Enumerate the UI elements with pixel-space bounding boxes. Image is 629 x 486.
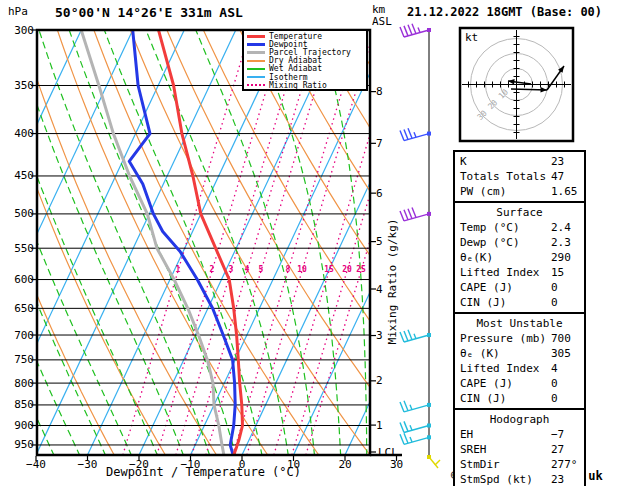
panel-box: K23Totals Totals47PW (cm)1.65 xyxy=(453,150,586,203)
pressure-tick-label: 950 xyxy=(6,438,34,451)
panel-row-label: StmDir xyxy=(460,458,500,471)
km-tick-label: 2 xyxy=(376,374,383,387)
km-axis-title: km ASL xyxy=(372,4,398,28)
panel-row-value: 23 xyxy=(551,154,564,169)
pressure-tick-label: 750 xyxy=(6,353,34,366)
panel-row-value: 0 xyxy=(551,376,558,391)
temp-tick-label: −20 xyxy=(129,458,149,471)
pressure-tick-label: 350 xyxy=(6,79,34,92)
panel-row-label: Pressure (mb) xyxy=(460,332,546,345)
mixing-ratio-value-label: 8 xyxy=(286,265,291,274)
panel-row: StmDir277° xyxy=(455,457,584,472)
panel-box-title: Most Unstable xyxy=(455,316,584,331)
panel-row-label: CIN (J) xyxy=(460,392,506,405)
panel-row: Dewp (°C)2.3 xyxy=(455,235,584,250)
panel-row-value: 0 xyxy=(551,280,558,295)
panel-row: Temp (°C)2.4 xyxy=(455,220,584,235)
mixing-ratio-value-label: 2 xyxy=(210,265,215,274)
legend-item: Mixing Ratio xyxy=(247,81,366,89)
legend: TemperatureDewpointParcel TrajectoryDry … xyxy=(242,29,368,91)
panel-row-label: θₑ (K) xyxy=(460,347,500,360)
panel-row: K23 xyxy=(455,154,584,169)
pressure-tick-label: 400 xyxy=(6,127,34,140)
legend-item-label: Mixing Ratio xyxy=(269,81,327,90)
legend-line-sample xyxy=(247,51,265,54)
pressure-tick-label: 450 xyxy=(6,169,34,182)
panel-row-label: CIN (J) xyxy=(460,296,506,309)
panel-row-value: 2.3 xyxy=(551,235,571,250)
pressure-tick-label: 600 xyxy=(6,273,34,286)
temp-tick-label: −30 xyxy=(78,458,98,471)
panel-row-value: 305 xyxy=(551,346,571,361)
panel-row-label: EH xyxy=(460,428,473,441)
chart-title: 50°00'N 14°26'E 331m ASL xyxy=(55,5,243,20)
panel-box: Most UnstablePressure (mb)700θₑ (K)305Li… xyxy=(453,312,586,410)
mixing-ratio-axis-title: Mixing Ratio (g/kg) xyxy=(386,202,399,362)
panel-row-value: 15 xyxy=(551,265,564,280)
temp-tick-label: −40 xyxy=(26,458,46,471)
panel-row: PW (cm)1.65 xyxy=(455,184,584,199)
panel-row-label: Lifted Index xyxy=(460,266,539,279)
legend-line-sample xyxy=(247,84,265,86)
panel-row-label: θₑ(K) xyxy=(460,251,493,264)
km-tick-label: 8 xyxy=(376,85,383,98)
mixing-ratio-value-label: 10 xyxy=(297,265,307,274)
legend-line-sample xyxy=(247,68,265,70)
panel-row: Pressure (mb)700 xyxy=(455,331,584,346)
panel-row-value: 0 xyxy=(551,391,558,406)
panel-row-value: 47 xyxy=(551,169,564,184)
pressure-tick-label: 900 xyxy=(6,419,34,432)
panel-row-label: Temp (°C) xyxy=(460,221,520,234)
mixing-ratio-value-label: 25 xyxy=(356,265,366,274)
panel-row-value: 27 xyxy=(551,442,564,457)
mixing-ratio-value-label: 3 xyxy=(229,265,234,274)
panel-row-label: CAPE (J) xyxy=(460,281,513,294)
panel-row: CIN (J)0 xyxy=(455,295,584,310)
temp-tick-label: 30 xyxy=(390,458,403,471)
panel-row: CAPE (J)0 xyxy=(455,280,584,295)
pressure-axis-unit: hPa xyxy=(8,6,28,18)
panel-row-value: 2.4 xyxy=(551,220,571,235)
panel-row-value: −7 xyxy=(551,427,564,442)
mixing-ratio-value-label: 20 xyxy=(342,265,352,274)
skewt-app: 102030 hPa 50°00'N 14°26'E 331m ASL 21.1… xyxy=(0,0,629,486)
plot-frame xyxy=(31,30,402,461)
temp-tick-label: 20 xyxy=(338,458,351,471)
mixing-ratio-value-label: 1 xyxy=(176,265,181,274)
legend-line-sample xyxy=(247,35,265,38)
km-tick-label: 7 xyxy=(376,137,383,150)
temp-tick-label: 0 xyxy=(239,458,246,471)
wind-barb-column xyxy=(400,24,440,468)
mixing-ratio-value-label: 5 xyxy=(259,265,264,274)
km-tick-label: 5 xyxy=(376,235,383,248)
panel-row-label: K xyxy=(460,155,467,168)
panel-row-label: SREH xyxy=(460,443,487,456)
panel-row-value: 290 xyxy=(551,250,571,265)
panel-row-label: StmSpd (kt) xyxy=(460,473,533,486)
km-tick-label: 6 xyxy=(376,187,383,200)
panel-row: CIN (J)0 xyxy=(455,391,584,406)
panel-row-value: 1.65 xyxy=(551,184,578,199)
panel-box: SurfaceTemp (°C)2.4Dewp (°C)2.3θₑ(K)290L… xyxy=(453,201,586,314)
panel-row: θₑ(K)290 xyxy=(455,250,584,265)
panel-row-value: 700 xyxy=(551,331,571,346)
temp-tick-label: −10 xyxy=(181,458,201,471)
indices-panel: K23Totals Totals47PW (cm)1.65SurfaceTemp… xyxy=(453,150,586,486)
pressure-tick-label: 700 xyxy=(6,329,34,342)
panel-box-title: Surface xyxy=(455,205,584,220)
pressure-tick-label: 500 xyxy=(6,207,34,220)
panel-row-label: CAPE (J) xyxy=(460,377,513,390)
panel-row: Totals Totals47 xyxy=(455,169,584,184)
pressure-tick-label: 650 xyxy=(6,302,34,315)
panel-row-label: Lifted Index xyxy=(460,362,539,375)
mixing-ratio-value-label: 15 xyxy=(324,265,334,274)
panel-row: EH−7 xyxy=(455,427,584,442)
date-label: 21.12.2022 18GMT (Base: 00) xyxy=(407,5,602,19)
sounding-curves xyxy=(81,30,242,455)
panel-row-value: 4 xyxy=(551,361,558,376)
hodograph: 102030 xyxy=(460,28,573,141)
panel-row-value: 23 xyxy=(551,472,564,486)
legend-line-sample xyxy=(247,60,265,62)
panel-row: θₑ (K)305 xyxy=(455,346,584,361)
panel-row: StmSpd (kt)23 xyxy=(455,472,584,486)
